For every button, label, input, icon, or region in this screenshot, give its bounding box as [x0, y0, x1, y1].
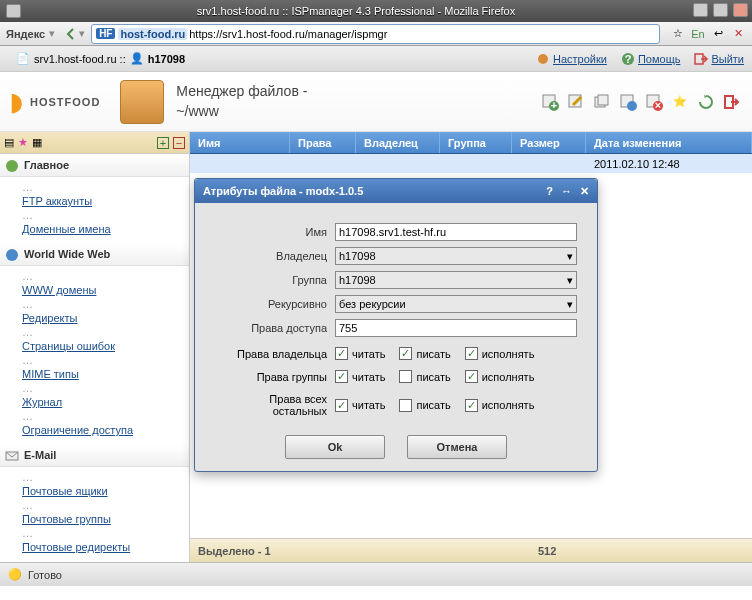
- lbl-name: Имя: [215, 226, 335, 238]
- chevron-down-icon: ▾: [567, 250, 573, 263]
- dialog-help-icon[interactable]: ?: [546, 185, 553, 198]
- browser-tab[interactable]: 📄 srv1.host-food.ru :: 👤 h17098: [8, 49, 193, 68]
- tool-edit-icon[interactable]: [566, 92, 586, 112]
- chevron-down-icon: ▾: [567, 298, 573, 311]
- url-bar[interactable]: HF host-food.ru https://srv1.host-food.r…: [91, 24, 660, 44]
- input-name[interactable]: [335, 223, 577, 241]
- ok-button[interactable]: Ok: [285, 435, 385, 459]
- file-row[interactable]: 2011.02.10 12:48: [190, 154, 752, 173]
- svg-text:?: ?: [625, 53, 632, 65]
- sidebar-link[interactable]: Журнал: [22, 394, 189, 410]
- lbl-other: Права всех остальных: [215, 393, 335, 417]
- select-group[interactable]: h17098▾: [335, 271, 577, 289]
- selected-label: Выделено - 1: [190, 545, 530, 557]
- tool-new-icon[interactable]: +: [540, 92, 560, 112]
- svg-text:+: +: [551, 99, 557, 111]
- chk-group-exec[interactable]: ✓исполнять: [465, 370, 535, 383]
- tool-move-icon[interactable]: [618, 92, 638, 112]
- sidebar-group-0[interactable]: Главное: [0, 154, 189, 177]
- dialog-expand-icon[interactable]: ↔: [561, 185, 572, 198]
- sidebar-link[interactable]: FTP аккаунты: [22, 193, 189, 209]
- chk-owner-write[interactable]: ✓писать: [399, 347, 450, 360]
- col-size[interactable]: Размер: [512, 132, 586, 153]
- sb-collapse-all-icon[interactable]: −: [173, 137, 185, 149]
- col-name[interactable]: Имя: [190, 132, 290, 153]
- file-date: 2011.02.10 12:48: [586, 158, 752, 170]
- sidebar-link[interactable]: Редиректы: [22, 310, 189, 326]
- sidebar-group-1[interactable]: World Wide Web: [0, 243, 189, 266]
- svg-point-17: [6, 249, 18, 261]
- sb-collapse-icon[interactable]: ▤: [4, 136, 14, 149]
- sidebar-group-2[interactable]: E-Mail: [0, 444, 189, 467]
- lbl-group: Права группы: [215, 371, 335, 383]
- sidebar-link[interactable]: Доменные имена: [22, 221, 189, 237]
- dialog-title: Атрибуты файла - modx-1.0.5: [203, 185, 363, 197]
- sidebar-link[interactable]: MIME типы: [22, 366, 189, 382]
- sidebar-link[interactable]: WWW домены: [22, 282, 189, 298]
- lbl-owner: Права владельца: [215, 348, 335, 360]
- logo: ◗ HOSTFOOD: [10, 88, 100, 116]
- sidebar-link[interactable]: Страницы ошибок: [22, 338, 189, 354]
- sb-expand-icon[interactable]: +: [157, 137, 169, 149]
- page-path: ~/www: [176, 102, 307, 122]
- column-header: Имя Права Владелец Группа Размер Дата из…: [190, 132, 752, 154]
- chk-other-read[interactable]: ✓читать: [335, 399, 385, 412]
- col-perms[interactable]: Права: [290, 132, 356, 153]
- input-perms[interactable]: [335, 319, 577, 337]
- svg-text:×: ×: [655, 99, 661, 111]
- tab-user: h17098: [148, 53, 185, 65]
- svg-rect-9: [598, 95, 608, 105]
- svg-point-0: [538, 54, 548, 64]
- filemanager-icon: [120, 80, 164, 124]
- sidebar-link[interactable]: Почтовые группы: [22, 511, 189, 527]
- stop-icon[interactable]: ✕: [730, 26, 746, 42]
- bookmark-star-icon[interactable]: ☆: [670, 26, 686, 42]
- lbl-perms: Права доступа: [215, 322, 335, 334]
- tool-refresh-icon[interactable]: [696, 92, 716, 112]
- settings-link[interactable]: Настройки: [536, 52, 607, 66]
- close-icon[interactable]: [733, 3, 748, 17]
- yandex-label[interactable]: Яндекс: [6, 28, 45, 40]
- chk-owner-exec[interactable]: ✓исполнять: [465, 347, 535, 360]
- sidebar-link[interactable]: Почтовые ящики: [22, 483, 189, 499]
- chk-other-exec[interactable]: ✓исполнять: [465, 399, 535, 412]
- tab-icon: 📄: [16, 52, 30, 65]
- status-icon: 🟡: [8, 568, 22, 581]
- chk-group-read[interactable]: ✓читать: [335, 370, 385, 383]
- help-link[interactable]: ?Помощь: [621, 52, 681, 66]
- lbl-owner: Владелец: [215, 250, 335, 262]
- chk-owner-read[interactable]: ✓читать: [335, 347, 385, 360]
- tool-exit-icon[interactable]: [722, 92, 742, 112]
- site-badge-icon: HF: [96, 28, 115, 39]
- col-owner[interactable]: Владелец: [356, 132, 440, 153]
- sidebar-link[interactable]: Ограничение доступа: [22, 422, 189, 438]
- sb-list-icon[interactable]: ▦: [32, 136, 42, 149]
- lbl-recursive: Рекурсивно: [215, 298, 335, 310]
- chk-other-write[interactable]: писать: [399, 399, 450, 412]
- select-owner[interactable]: h17098▾: [335, 247, 577, 265]
- selection-footer: Выделено - 1 512: [190, 538, 752, 562]
- app-menu-icon[interactable]: [6, 4, 21, 18]
- sb-star-icon[interactable]: ★: [18, 136, 28, 149]
- lbl-group: Группа: [215, 274, 335, 286]
- lang-icon[interactable]: En: [690, 26, 706, 42]
- tool-copy-icon[interactable]: [592, 92, 612, 112]
- user-icon: 👤: [130, 52, 144, 65]
- maximize-icon[interactable]: [713, 3, 728, 17]
- tool-star-icon[interactable]: ⭐: [670, 92, 690, 112]
- dialog-close-icon[interactable]: ✕: [580, 185, 589, 198]
- svg-point-11: [627, 101, 637, 111]
- tab-title-prefix: srv1.host-food.ru ::: [34, 53, 126, 65]
- col-group[interactable]: Группа: [440, 132, 512, 153]
- nav-back-icon[interactable]: ↩: [710, 26, 726, 42]
- back-icon[interactable]: [63, 26, 79, 42]
- sidebar-link[interactable]: Почтовые редиректы: [22, 539, 189, 555]
- chk-group-write[interactable]: писать: [399, 370, 450, 383]
- select-recursive[interactable]: без рекурсии▾: [335, 295, 577, 313]
- chevron-down-icon: ▾: [567, 274, 573, 287]
- cancel-button[interactable]: Отмена: [407, 435, 507, 459]
- logout-link[interactable]: Выйти: [694, 52, 744, 66]
- col-date[interactable]: Дата изменения: [586, 132, 752, 153]
- minimize-icon[interactable]: [693, 3, 708, 17]
- tool-delete-icon[interactable]: ×: [644, 92, 664, 112]
